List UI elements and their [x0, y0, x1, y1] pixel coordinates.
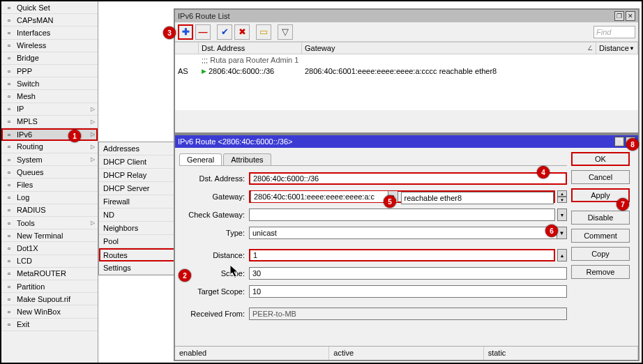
cancel-button[interactable]: Cancel	[571, 170, 630, 184]
sidebar-item-label: Mesh	[17, 92, 95, 100]
comment-button[interactable]: Comment	[571, 229, 630, 243]
col-blank[interactable]	[175, 43, 199, 54]
marker-1: 1	[68, 130, 81, 142]
sidebar-item-radius[interactable]: ▫RADIUS	[1, 204, 98, 217]
route-tabs: General Attributes	[179, 151, 567, 166]
sidebar-item-label: IP	[17, 105, 91, 113]
sidebar-item-ppp[interactable]: ▫PPP	[1, 65, 98, 77]
sidebar-item-routing[interactable]: ▫Routing▷	[1, 141, 98, 153]
sidebar-item-label: Tools	[17, 219, 91, 227]
sidebar-item-label: Interfaces	[17, 29, 95, 37]
chevron-down-icon[interactable]: ▼	[557, 208, 567, 221]
menu-icon: ▫	[4, 40, 14, 50]
comment-button[interactable]: ▭	[256, 24, 271, 40]
copy-button[interactable]: Copy	[571, 247, 630, 261]
menu-icon: ▫	[4, 3, 14, 13]
window-close-icon[interactable]: ✕	[626, 11, 635, 21]
scope-input[interactable]: 30	[249, 267, 567, 280]
table-row[interactable]: AS ▶2806:40c:6000::/36 2806:40c:6001:eee…	[175, 66, 638, 77]
target-scope-input[interactable]: 10	[249, 285, 567, 298]
label-target-scope: Target Scope:	[179, 287, 249, 296]
menu-icon: ▫	[4, 104, 14, 114]
sidebar-item-label: CAPsMAN	[17, 16, 95, 24]
route-edit-window: IPv6 Route <2806:40c:6000::/36> ❐ ✕ Gene…	[174, 134, 640, 361]
distance-input[interactable]: 1	[249, 249, 555, 261]
find-input[interactable]: Find	[593, 26, 635, 38]
menu-icon: ▫	[4, 15, 14, 25]
sidebar-item-new-winbox[interactable]: ▫New WinBox	[1, 305, 98, 318]
tab-general[interactable]: General	[179, 153, 222, 165]
dropdown-icon[interactable]: ▼	[557, 227, 566, 238]
col-dst[interactable]: Dst. Address	[199, 43, 302, 54]
remove-button[interactable]: Remove	[571, 265, 630, 279]
sidebar-item-tools[interactable]: ▫Tools▷	[1, 217, 98, 229]
sidebar-item-quick-set[interactable]: ▫Quick Set	[1, 1, 98, 14]
sidebar-item-capsman[interactable]: ▫CAPsMAN	[1, 14, 98, 26]
status-enabled: enabled	[175, 347, 329, 360]
sidebar-item-interfaces[interactable]: ▫Interfaces	[1, 26, 98, 39]
disable-button[interactable]: Disable	[571, 211, 630, 225]
disable-button[interactable]: ✖	[234, 24, 250, 40]
tab-attributes[interactable]: Attributes	[223, 153, 271, 165]
sidebar-item-partition[interactable]: ▫Partition	[1, 280, 98, 293]
sidebar-item-switch[interactable]: ▫Switch	[1, 77, 98, 90]
gateway-spinner[interactable]: ▲▼	[557, 190, 567, 203]
sidebar-item-log[interactable]: ▫Log	[1, 192, 98, 204]
sidebar-item-exit[interactable]: ▫Exit	[1, 319, 98, 331]
sidebar-item-label: PPP	[17, 67, 95, 75]
sidebar-item-wireless[interactable]: ▫Wireless	[1, 40, 98, 52]
sidebar-item-lcd[interactable]: ▫LCD	[1, 255, 98, 268]
label-distance: Distance:	[179, 251, 249, 259]
sidebar-item-mpls[interactable]: ▫MPLS▷	[1, 116, 98, 128]
sidebar-item-ip[interactable]: ▫IP▷	[1, 103, 98, 116]
remove-button[interactable]: —	[195, 24, 211, 40]
menu-icon: ▫	[4, 268, 14, 278]
window-minmax-icon[interactable]: ❐	[614, 11, 624, 21]
status-active: active	[329, 347, 483, 360]
active-icon: ▶	[202, 68, 206, 75]
col-gateway[interactable]: Gateway∠	[302, 43, 596, 54]
menu-icon: ▫	[4, 205, 14, 215]
sidebar-item-files[interactable]: ▫Files	[1, 179, 98, 191]
menu-icon: ▫	[4, 282, 14, 291]
sidebar-item-bridge[interactable]: ▫Bridge	[1, 52, 98, 65]
enable-button[interactable]: ✔	[217, 24, 232, 40]
sidebar-item-label: MetaROUTER	[17, 269, 95, 278]
dst-address-input[interactable]: 2806:40c:6000::/36	[249, 172, 567, 185]
sidebar-item-new-terminal[interactable]: ▫New Terminal	[1, 229, 98, 242]
sidebar-item-label: Exit	[17, 320, 95, 328]
window-minmax-icon[interactable]: ❐	[614, 137, 624, 146]
type-input[interactable]: ▼	[249, 227, 567, 239]
sidebar-item-label: Switch	[17, 79, 95, 88]
sidebar-item-mesh[interactable]: ▫Mesh	[1, 90, 98, 103]
label-type: Type:	[179, 229, 249, 237]
menu-icon: ▫	[4, 79, 14, 89]
route-list-titlebar: IPv6 Route List ❐ ✕	[175, 10, 638, 22]
sidebar-item-label: LCD	[17, 257, 95, 265]
sidebar-item-ipv6[interactable]: ▫IPv6▷	[1, 128, 98, 141]
route-status-bar: enabled active static	[175, 346, 638, 360]
sidebar-item-dot1x[interactable]: ▫Dot1X	[1, 242, 98, 255]
col-distance[interactable]: Distance▼	[596, 43, 638, 54]
add-button[interactable]: ✚	[178, 24, 193, 40]
sidebar-item-label: Log	[17, 193, 95, 202]
sidebar-item-make-supout.rif[interactable]: ▫Make Supout.rif	[1, 293, 98, 305]
svg-marker-0	[230, 265, 238, 277]
main-sidebar: ▫Quick Set▫CAPsMAN▫Interfaces▫Wireless▫B…	[1, 1, 98, 363]
menu-icon: ▫	[4, 53, 14, 63]
filter-button[interactable]: ▽	[278, 24, 293, 40]
submenu-arrow-icon: ▷	[91, 131, 95, 137]
chevron-up-icon[interactable]: ▲	[557, 249, 567, 261]
ok-button[interactable]: OK	[571, 152, 630, 166]
menu-icon: ▫	[4, 91, 14, 101]
route-buttons: OK Cancel Apply Disable Comment Copy Rem…	[571, 148, 638, 347]
sidebar-item-metarouter[interactable]: ▫MetaROUTER	[1, 268, 98, 280]
sidebar-item-label: New WinBox	[17, 308, 95, 316]
label-check-gw: Check Gateway:	[179, 211, 249, 219]
check-gateway-input[interactable]	[249, 208, 555, 221]
gateway-input[interactable]: ▼	[250, 192, 398, 202]
menu-icon: ▫	[4, 307, 14, 317]
sidebar-item-queues[interactable]: ▫Queues	[1, 166, 98, 179]
sidebar-item-system[interactable]: ▫System▷	[1, 153, 98, 166]
menu-icon: ▫	[4, 256, 14, 266]
